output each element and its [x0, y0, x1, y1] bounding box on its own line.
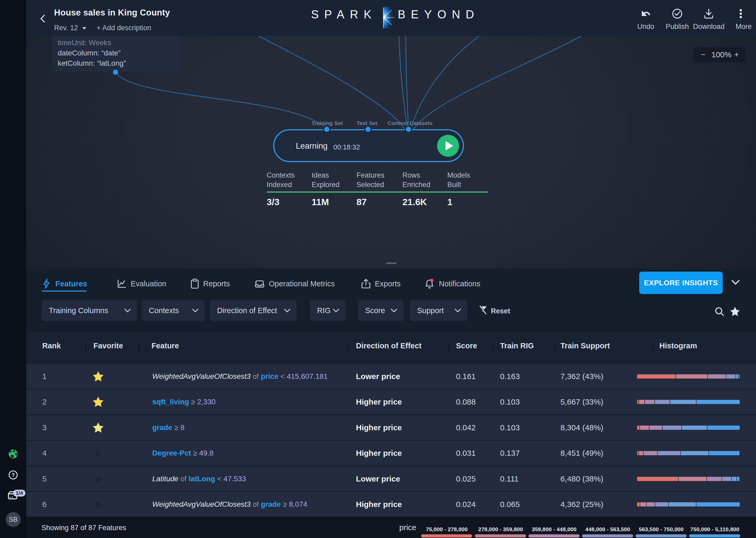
svg-text:?: ?	[12, 472, 15, 478]
